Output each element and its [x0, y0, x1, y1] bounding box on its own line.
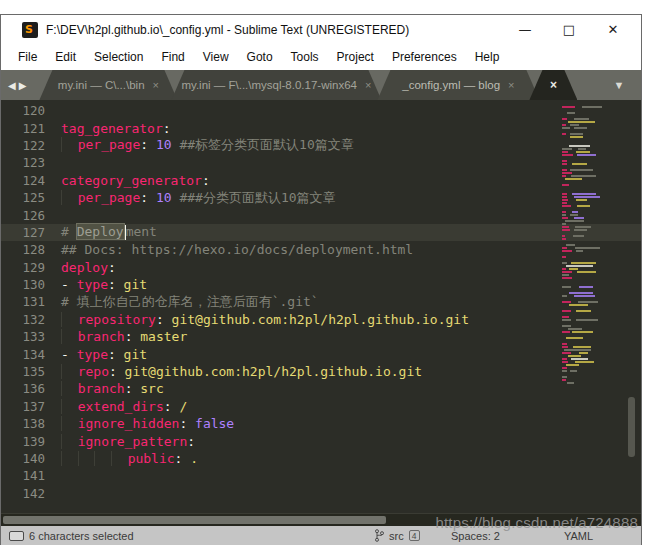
tab-my-ini-mysql[interactable]: my.ini — F\...\mysql-8.0.17-winx64 × — [171, 70, 381, 100]
tab-config-yml[interactable]: _config.yml — blog × — [377, 70, 539, 100]
minimap-row — [562, 286, 612, 288]
minimap-row — [562, 139, 612, 141]
code-line-139[interactable]: 139 ignore_pattern: — [1, 432, 641, 449]
code-line-142[interactable]: 142 — [1, 485, 641, 502]
csdn-watermark: https://blog.csdn.net/a724888 — [435, 514, 638, 531]
line-content: extend_dirs: / — [45, 399, 187, 414]
code-line-131[interactable]: 131# 填上你自己的仓库名，注意后面有`.git` — [1, 293, 641, 310]
code-line-140[interactable]: 140 public: . — [1, 450, 641, 467]
code-line-120[interactable]: 120 — [1, 102, 641, 119]
vertical-scrollbar-thumb[interactable] — [628, 397, 635, 457]
code-line-128[interactable]: 128## Docs: https://hexo.io/docs/deploym… — [1, 241, 641, 258]
tab-close-icon[interactable]: × — [153, 79, 159, 91]
menu-find[interactable]: Find — [152, 44, 193, 70]
code-token: - — [61, 277, 77, 292]
minimap-row — [562, 301, 612, 303]
minimap[interactable] — [562, 103, 612, 385]
minimap-row — [562, 130, 612, 132]
window-controls: — □ ✕ — [503, 15, 635, 44]
minimap-row — [562, 193, 612, 195]
tab-close-icon[interactable]: × — [365, 79, 371, 91]
line-content: branch: master — [45, 329, 187, 344]
code-token — [61, 190, 78, 205]
minimap-row — [562, 319, 612, 321]
line-number: 139 — [1, 434, 45, 449]
minimap-row — [562, 157, 612, 159]
branch-name: src — [389, 530, 404, 542]
code-line-137[interactable]: 137 extend_dirs: / — [1, 398, 641, 415]
minimap-row — [562, 277, 612, 279]
code-line-135[interactable]: 135 repo: git@github.com:h2pl/h2pl.githu… — [1, 363, 641, 380]
maximize-button[interactable]: □ — [547, 15, 591, 44]
menu-tools[interactable]: Tools — [282, 44, 328, 70]
menu-preferences[interactable]: Preferences — [383, 44, 466, 70]
code-token — [61, 312, 78, 327]
code-line-125[interactable]: 125 per_page: 10 ###分类页面默认10篇文章 — [1, 189, 641, 206]
code-line-121[interactable]: 121tag_generator: — [1, 119, 641, 136]
code-token: deploy — [61, 260, 108, 275]
code-token — [61, 451, 78, 466]
minimap-row — [562, 304, 612, 306]
horizontal-scrollbar-thumb[interactable] — [3, 516, 386, 524]
minimap-row — [562, 334, 612, 336]
git-branch-status[interactable]: src 4 — [375, 526, 420, 545]
line-content: per_page: 10 ###分类页面默认10篇文章 — [45, 189, 336, 207]
code-line-132[interactable]: 132 repository: git@github.com:h2pl/h2pl… — [1, 311, 641, 328]
minimap-row — [562, 349, 612, 351]
tab-my-ini-bin[interactable]: my.ini — C\...\bin × — [39, 70, 177, 100]
menu-edit[interactable]: Edit — [46, 44, 85, 70]
tab-close-active[interactable]: × — [529, 70, 577, 100]
menu-project[interactable]: Project — [328, 44, 383, 70]
code-token: ignore_hidden — [78, 416, 180, 431]
editor-pane[interactable]: 120121tag_generator:122 per_page: 10 ##标… — [1, 100, 641, 513]
code-line-130[interactable]: 130- type: git — [1, 276, 641, 293]
code-line-141[interactable]: 141 — [1, 467, 641, 484]
line-number: 140 — [1, 451, 45, 466]
code-token: branch — [78, 329, 125, 344]
close-icon[interactable]: × — [550, 78, 557, 92]
code-line-134[interactable]: 134- type: git — [1, 345, 641, 362]
minimap-row — [562, 235, 612, 237]
minimap-row — [562, 298, 612, 300]
tab-nav-left-icon[interactable]: ◀ — [8, 80, 16, 91]
minimap-row — [562, 163, 612, 165]
menu-file[interactable]: File — [9, 44, 46, 70]
code-token: . — [182, 451, 198, 466]
code-token: ###分类页面默认10篇文章 — [172, 190, 336, 205]
menu-help[interactable]: Help — [466, 44, 509, 70]
minimap-row — [562, 127, 612, 129]
minimap-row — [562, 178, 612, 180]
code-line-138[interactable]: 138 ignore_hidden: false — [1, 415, 641, 432]
minimap-row — [562, 256, 612, 258]
line-number: 137 — [1, 399, 45, 414]
code-line-124[interactable]: 124category_generator: — [1, 172, 641, 189]
panel-toggle-icon[interactable] — [9, 531, 24, 541]
line-number: 123 — [1, 155, 45, 170]
minimap-row — [562, 382, 612, 384]
code-line-129[interactable]: 129deploy: — [1, 259, 641, 276]
code-line-123[interactable]: 123 — [1, 154, 641, 171]
minimap-row — [562, 202, 612, 204]
tab-overflow-chevron-icon[interactable]: ▼ — [605, 70, 633, 100]
minimap-row — [562, 247, 612, 249]
minimap-row — [562, 259, 612, 261]
tab-bar: ◀ ▶ my.ini — C\...\bin × my.ini — F\...\… — [1, 70, 641, 100]
tab-nav-right-icon[interactable]: ▶ — [19, 80, 27, 91]
menu-goto[interactable]: Goto — [238, 44, 282, 70]
code-line-127[interactable]: 127# Deployment — [1, 224, 641, 241]
code-line-126[interactable]: 126 — [1, 206, 641, 223]
minimize-button[interactable]: — — [503, 15, 547, 44]
menu-selection[interactable]: Selection — [85, 44, 152, 70]
code-line-136[interactable]: 136 branch: src — [1, 380, 641, 397]
line-number: 134 — [1, 347, 45, 362]
minimap-row — [562, 262, 612, 264]
minimap-row — [562, 244, 612, 246]
code-token — [94, 451, 111, 466]
tab-close-icon[interactable]: × — [508, 79, 514, 91]
minimap-row — [562, 313, 612, 315]
menu-view[interactable]: View — [194, 44, 238, 70]
code-line-122[interactable]: 122 per_page: 10 ##标签分类页面默认10篇文章 — [1, 137, 641, 154]
code-line-133[interactable]: 133 branch: master — [1, 328, 641, 345]
code-token: : — [187, 434, 195, 449]
close-button[interactable]: ✕ — [591, 15, 635, 44]
